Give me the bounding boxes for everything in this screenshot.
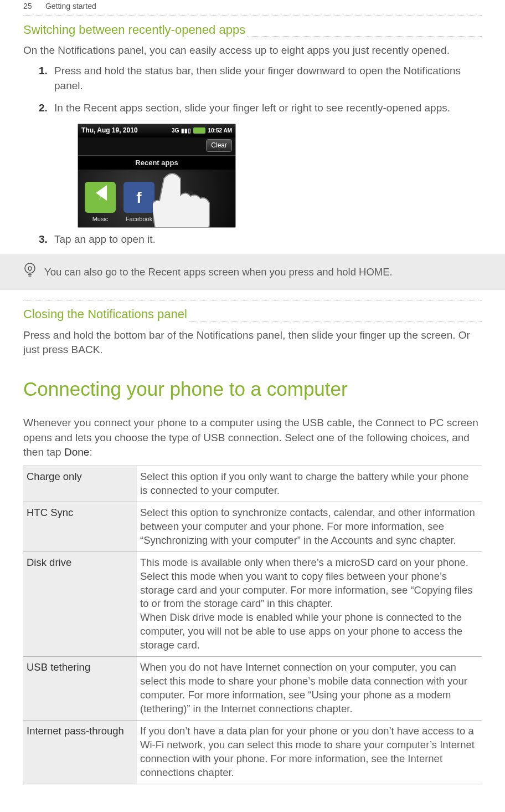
tip-text: You can also go to the Recent apps scree… <box>44 265 393 279</box>
lightbulb-icon <box>23 262 37 282</box>
signal-icon: ▮▮▯ <box>181 127 191 135</box>
table-row: Disk drive This mode is available only w… <box>23 551 482 657</box>
recent-apps-label: Recent apps <box>78 155 235 171</box>
done-label: Done <box>64 446 89 458</box>
arrow-left-icon <box>96 185 107 201</box>
option-label: Charge only <box>23 466 137 502</box>
step-item: 2. In the Recent apps section, slide you… <box>54 101 482 116</box>
option-desc: If you don’t have a data plan for your p… <box>137 721 482 784</box>
option-desc: Select this option if you only want to c… <box>137 466 482 502</box>
dotted-fill <box>248 36 482 37</box>
section-heading-row: Closing the Notifications panel <box>23 300 482 325</box>
option-desc: This mode is available only when there’s… <box>137 551 482 657</box>
option-desc: When you do not have Internet connection… <box>137 657 482 721</box>
table-row: USB tethering When you do not have Inter… <box>23 657 482 721</box>
app-tile <box>160 191 195 224</box>
dotted-fill <box>189 321 482 321</box>
facebook-icon: f <box>123 182 154 213</box>
clear-button: Clear <box>206 139 232 152</box>
step-item: 3. Tap an app to open it. <box>54 232 482 247</box>
option-label: HTC Sync <box>23 502 137 551</box>
battery-icon <box>193 127 205 134</box>
arrow-right-icon <box>167 185 178 201</box>
step-text: In the Recent apps section, slide your f… <box>54 102 450 114</box>
step-text: Press and hold the status bar, then slid… <box>54 65 461 91</box>
chapter-title: Getting started <box>45 2 96 11</box>
status-icons: 3G ▮▮▯ 10:52 AM <box>172 127 232 135</box>
network-icon: 3G <box>172 127 179 135</box>
step-number: 3. <box>39 232 48 247</box>
table-row: Charge only Select this option if you on… <box>23 466 482 502</box>
manual-page: 25 Getting started Switching between rec… <box>0 0 505 795</box>
step-item: 1. Press and hold the status bar, then s… <box>54 64 482 93</box>
section-heading: Switching between recently-opened apps <box>23 16 245 40</box>
step-number: 2. <box>39 101 48 116</box>
phone-screenshot: Thu, Aug 19, 2010 3G ▮▮▯ 10:52 AM Clear … <box>78 124 236 228</box>
section-intro: Whenever you connect your phone to a com… <box>23 416 482 460</box>
intro-text-post: : <box>89 446 92 458</box>
option-label: USB tethering <box>23 657 137 721</box>
section-intro: On the Notifications panel, you can easi… <box>23 43 482 58</box>
tip-callout: You can also go to the Recent apps scree… <box>0 254 505 290</box>
status-bar: Thu, Aug 19, 2010 3G ▮▮▯ 10:52 AM <box>78 124 235 137</box>
svg-point-0 <box>25 263 35 273</box>
step-number: 1. <box>39 64 48 79</box>
status-time: 10:52 AM <box>208 127 232 135</box>
option-desc: Select this option to synchronize contac… <box>137 502 482 551</box>
chapter-heading: Connecting your phone to a computer <box>23 375 482 402</box>
table-row: HTC Sync Select this option to synchroni… <box>23 502 482 551</box>
spacer <box>23 290 482 300</box>
app-tile: f Facebook <box>121 182 157 223</box>
steps-list-cont: 3. Tap an app to open it. <box>54 232 482 247</box>
table-row: Internet pass-through If you don’t have … <box>23 721 482 784</box>
option-label: Disk drive <box>23 551 137 657</box>
status-date: Thu, Aug 19, 2010 <box>81 126 138 135</box>
app-label: Music <box>92 215 109 223</box>
page-header: 25 Getting started <box>0 0 505 16</box>
app-label: Facebook <box>126 215 152 223</box>
option-label: Internet pass-through <box>23 721 137 784</box>
section-heading-row: Switching between recently-opened apps <box>23 16 482 40</box>
steps-list: 1. Press and hold the status bar, then s… <box>54 64 482 116</box>
step-text: Tap an app to open it. <box>54 233 156 245</box>
section-body: Press and hold the bottom bar of the Not… <box>23 328 482 358</box>
usb-options-table: Charge only Select this option if you on… <box>23 466 482 784</box>
page-number: 25 <box>23 1 43 12</box>
section-heading: Closing the Notifications panel <box>23 300 187 325</box>
